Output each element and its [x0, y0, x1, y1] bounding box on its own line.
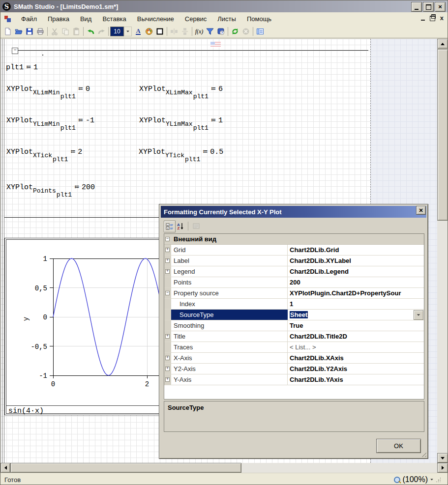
property-row-grid[interactable]: +GridChart2DLib.Grid	[164, 245, 424, 256]
property-value[interactable]: Chart2DLib.Grid	[288, 245, 424, 255]
expand-icon[interactable]: +	[165, 377, 170, 382]
property-value[interactable]: Chart2DLib.Title2D	[288, 331, 424, 342]
property-row-label[interactable]: +LabelChart2DLib.XYLabel	[164, 256, 424, 266]
property-value[interactable]: Sheet	[288, 310, 424, 320]
font-size-input[interactable]: 10	[110, 27, 124, 36]
property-row-y-axis[interactable]: +Y-AxisChart2DLib.YAxis	[164, 374, 424, 385]
title-bar[interactable]: S SMath Studio - [LimitsDemo1.sm*] ×	[0, 0, 448, 12]
menu-item-7[interactable]: Помощь	[241, 13, 277, 25]
menu-item-0[interactable]: Файл	[16, 13, 42, 25]
math-region-xtick[interactable]: XYPlotXTickplt1≔2	[6, 147, 82, 156]
property-value[interactable]: Chart2DLib.YAxis	[288, 374, 424, 385]
undo-button[interactable]	[85, 26, 96, 37]
expand-icon[interactable]: +	[165, 334, 170, 339]
border-button[interactable]	[154, 26, 165, 37]
expand-icon[interactable]: +	[165, 356, 170, 360]
math-region-xlimmax[interactable]: XYPlotXLimMaxplt1≔6	[139, 84, 223, 93]
expand-icon[interactable]: +	[165, 269, 170, 274]
property-category-row[interactable]: − Внешний вид	[164, 234, 424, 245]
property-value[interactable]: 1	[288, 299, 424, 309]
property-row-index[interactable]: Index1	[164, 299, 424, 310]
menu-item-2[interactable]: Вид	[75, 13, 97, 25]
menu-item-5[interactable]: Сервис	[179, 13, 212, 25]
vscroll-up-button[interactable]	[437, 39, 448, 49]
cut-button[interactable]	[49, 26, 60, 37]
property-value[interactable]: Chart2DLib.Legend	[288, 266, 424, 277]
properties-panel-button[interactable]	[255, 26, 266, 37]
palette-button[interactable]	[144, 26, 154, 37]
reference-book-button[interactable]: ?	[215, 26, 226, 37]
section-collapse-box[interactable]: −	[12, 48, 18, 54]
function-button[interactable]: f(x)	[194, 26, 205, 37]
expand-icon[interactable]: +	[165, 367, 170, 371]
expand-icon[interactable]: +	[165, 248, 170, 252]
collapse-icon[interactable]: −	[165, 291, 170, 295]
math-region-ytick[interactable]: XYPlotYTickplt1≔0.5	[139, 147, 223, 156]
menu-item-3[interactable]: Вставка	[97, 13, 131, 25]
paste-button[interactable]	[71, 26, 82, 37]
hscroll-track[interactable]	[241, 463, 437, 473]
open-button[interactable]	[13, 26, 24, 37]
property-value[interactable]: Chart2DLib.XYLabel	[288, 256, 424, 266]
mdi-minimize-button[interactable]	[421, 20, 425, 21]
property-value[interactable]: 200	[288, 277, 424, 287]
maximize-button[interactable]	[423, 2, 434, 12]
expand-icon[interactable]: +	[165, 258, 170, 263]
window-resize-grip[interactable]	[436, 477, 441, 482]
property-row-y2-axis[interactable]: +Y2-AxisChart2DLib.Y2Axis	[164, 364, 424, 374]
mdi-restore-button[interactable]	[430, 16, 435, 21]
categorized-view-button[interactable]: ++	[164, 221, 176, 232]
menu-item-6[interactable]: Листы	[212, 13, 241, 25]
stop-button[interactable]	[240, 26, 251, 37]
property-value[interactable]: Chart2DLib.XAxis	[288, 353, 424, 363]
property-row-title[interactable]: +TitleChart2DLib.Title2D	[164, 331, 424, 342]
zoom-control[interactable]: (100%)	[394, 475, 441, 484]
property-value[interactable]: XYPlotPlugin.Chart2D+PropertySour	[288, 288, 424, 298]
hscroll-thumb[interactable]	[10, 463, 241, 473]
math-region-ylimmin[interactable]: XYPlotYLimMinplt1≔-1	[6, 115, 94, 125]
dialog-title-bar[interactable]: Formatting Currently Selected X-Y Plot	[161, 206, 426, 218]
property-value[interactable]: True	[288, 320, 424, 331]
copy-button[interactable]	[60, 26, 71, 37]
property-row-x-axis[interactable]: +X-AxisChart2DLib.XAxis	[164, 353, 424, 364]
new-button[interactable]	[2, 26, 13, 37]
dialog-close-button[interactable]: ✕	[416, 206, 426, 215]
property-row-legend[interactable]: +LegendChart2DLib.Legend	[164, 266, 424, 277]
filter-button[interactable]	[205, 26, 215, 37]
redo-button[interactable]	[96, 26, 107, 37]
property-pages-button[interactable]	[191, 221, 202, 231]
vertical-align-button[interactable]	[179, 26, 190, 37]
sort-alphabetical-button[interactable]: AZ	[175, 221, 186, 231]
property-row-sourcetype[interactable]: SourceTypeSheet	[164, 310, 424, 320]
math-region-plt1[interactable]: plt1≔1	[6, 62, 38, 72]
save-button[interactable]	[24, 26, 35, 37]
recalculate-button[interactable]	[230, 26, 240, 37]
math-region-xlimmin[interactable]: XYPlotXLimMinplt1≔0	[6, 84, 90, 93]
horizontal-align-button[interactable]	[169, 26, 179, 37]
property-value[interactable]: < List... >	[288, 342, 424, 352]
hscroll-left-button[interactable]	[0, 463, 10, 473]
collapse-icon[interactable]: −	[165, 237, 170, 241]
language-flag-icon[interactable]	[210, 42, 221, 48]
mdi-close-button[interactable]: x	[440, 15, 444, 21]
property-value[interactable]: Chart2DLib.Y2Axis	[288, 364, 424, 374]
vscroll-thumb[interactable]	[437, 49, 448, 221]
minimize-button[interactable]	[411, 2, 422, 12]
formatting-dialog[interactable]: Formatting Currently Selected X-Y Plot ✕…	[159, 204, 428, 459]
property-row-traces[interactable]: Traces< List... >	[164, 342, 424, 353]
math-region-ylimmax[interactable]: XYPlotYLimMaxplt1≔1	[139, 115, 223, 125]
menu-item-4[interactable]: Вычисление	[132, 13, 179, 25]
close-button[interactable]: ×	[435, 2, 446, 12]
vscroll-track[interactable]	[437, 221, 448, 453]
property-row-points[interactable]: Points200	[164, 277, 424, 288]
print-button[interactable]	[35, 26, 46, 37]
font-button[interactable]: A	[133, 26, 144, 37]
vscroll-down-button[interactable]	[437, 453, 448, 463]
math-region-points[interactable]: XYPlotPointsplt1≔200	[6, 182, 95, 192]
hscroll-right-button[interactable]	[437, 463, 448, 473]
font-size-dropdown[interactable]	[124, 27, 132, 36]
value-dropdown-button[interactable]	[414, 310, 423, 320]
menu-item-1[interactable]: Правка	[42, 13, 75, 25]
ok-button[interactable]: OK	[376, 439, 421, 453]
property-row-smoothing[interactable]: SmoothingTrue	[164, 320, 424, 331]
